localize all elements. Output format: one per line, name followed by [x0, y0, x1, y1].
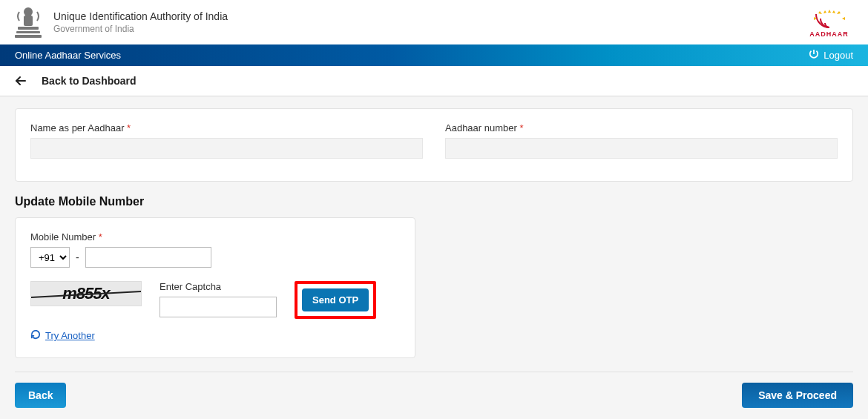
try-another-link[interactable]: Try Another	[30, 329, 95, 342]
aadhaar-label: Aadhaar number *	[445, 122, 838, 133]
country-code-select[interactable]: +91	[30, 247, 70, 268]
svg-rect-1	[24, 16, 33, 26]
captcha-label: Enter Captcha	[160, 281, 277, 292]
svg-marker-6	[818, 11, 822, 14]
save-proceed-button[interactable]: Save & Proceed	[742, 383, 853, 408]
svg-point-0	[24, 7, 33, 16]
svg-rect-3	[16, 31, 40, 33]
required-asterisk: *	[99, 231, 102, 243]
org-subtitle: Government of India	[53, 24, 228, 34]
svg-marker-11	[823, 10, 826, 13]
separator-dash: -	[76, 251, 79, 263]
captcha-input-col: Enter Captcha	[160, 281, 277, 317]
send-otp-button[interactable]: Send OTP	[302, 288, 369, 311]
captcha-block: m855x	[30, 281, 142, 306]
name-input-readonly	[30, 138, 423, 159]
svg-marker-7	[837, 11, 841, 14]
header-left: Unique Identification Authority of India…	[12, 4, 228, 40]
navbar: Online Aadhaar Services Logout	[0, 44, 868, 66]
mobile-number-row: +91 -	[30, 247, 400, 268]
aadhaar-logo-icon: AADHAAR	[805, 7, 853, 38]
name-label: Name as per Aadhaar *	[30, 122, 423, 133]
identity-card: Name as per Aadhaar * Aadhaar number *	[15, 108, 853, 182]
name-field-col: Name as per Aadhaar *	[30, 122, 423, 159]
mobile-label: Mobile Number *	[30, 231, 400, 243]
back-to-dashboard-label: Back to Dashboard	[42, 75, 137, 87]
refresh-icon	[30, 329, 41, 342]
logout-label: Logout	[823, 50, 853, 61]
main-content: Name as per Aadhaar * Aadhaar number * U…	[0, 96, 868, 419]
try-another-label: Try Another	[45, 330, 95, 341]
required-asterisk: *	[519, 122, 523, 133]
aadhaar-input-readonly	[445, 138, 838, 159]
mobile-number-input[interactable]	[85, 247, 211, 268]
svg-rect-2	[18, 27, 39, 30]
footer-buttons: Back Save & Proceed	[15, 372, 853, 408]
power-icon	[809, 49, 819, 62]
aadhaar-brand-text: AADHAAR	[809, 30, 849, 38]
aadhaar-field-col: Aadhaar number *	[445, 122, 838, 159]
svg-marker-10	[832, 10, 835, 13]
page-header: Unique Identification Authority of India…	[0, 0, 868, 44]
captcha-image: m855x	[30, 281, 142, 306]
org-title: Unique Identification Authority of India	[53, 10, 228, 22]
service-title: Online Aadhaar Services	[15, 50, 121, 61]
section-title: Update Mobile Number	[15, 195, 853, 208]
send-otp-highlight: Send OTP	[295, 281, 376, 319]
back-button[interactable]: Back	[15, 383, 66, 408]
svg-rect-4	[15, 35, 42, 38]
mobile-update-card: Mobile Number * +91 - m855x Enter Captch…	[15, 217, 415, 358]
back-arrow-icon	[13, 73, 28, 88]
emblem-icon	[12, 4, 45, 40]
svg-marker-5	[828, 10, 831, 13]
back-row[interactable]: Back to Dashboard	[0, 66, 868, 96]
logout-link[interactable]: Logout	[809, 49, 853, 62]
captcha-input[interactable]	[160, 297, 277, 317]
captcha-row: m855x Enter Captcha Send OTP	[30, 281, 400, 319]
header-titles: Unique Identification Authority of India…	[53, 10, 228, 34]
svg-marker-9	[842, 17, 845, 20]
required-asterisk: *	[127, 122, 131, 133]
